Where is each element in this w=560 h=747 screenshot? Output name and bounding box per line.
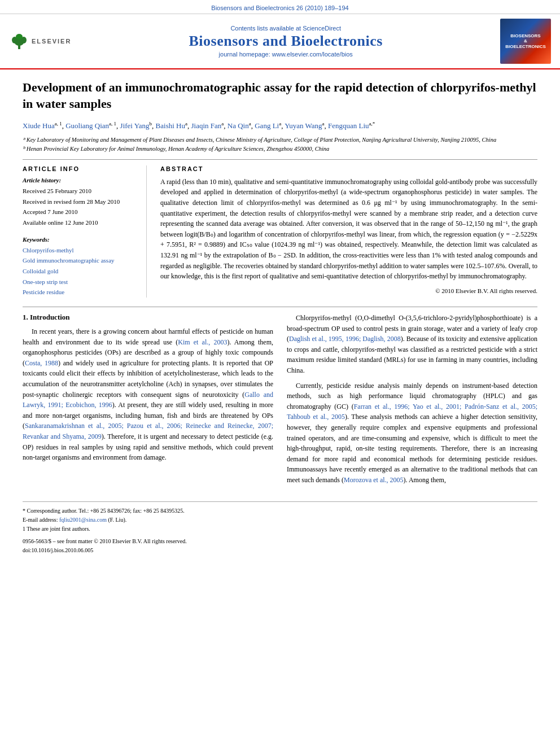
journal-title-banner: Biosensors and Bioelectronics (71, 33, 500, 50)
author-jifei: Jifei Yang (120, 122, 150, 130)
email-address[interactable]: fqliu2001@sina.com (59, 517, 107, 523)
keywords-label: Keywords: (23, 236, 139, 243)
accepted-date: Accepted 7 June 2010 (23, 207, 139, 217)
keyword-5: Pesticide residue (23, 287, 139, 298)
affiliations: ᵃ Key Laboratory of Monitoring and Manag… (23, 136, 537, 154)
abstract-col: ABSTRACT A rapid (less than 10 min), qua… (160, 165, 537, 298)
doi-line: doi:10.1016/j.bios.2010.06.005 (23, 546, 537, 555)
cover-thumbnail: BIOSENSORS & BIOELECTRONICS (500, 19, 551, 64)
cover-text: BIOSENSORS & BIOELECTRONICS (505, 33, 546, 50)
intro-num: 1. (23, 313, 28, 321)
received-date: Received 25 February 2010 (23, 186, 139, 196)
ref-sank[interactable]: Sankaranamakrishnan et al., 2005; Pazou … (23, 422, 273, 440)
journal-ref: Biosensors and Bioelectronics 26 (2010) … (211, 5, 348, 11)
article-info-abstract: ARTICLE INFO Article history: Received 2… (23, 165, 537, 298)
keyword-3: Colloidal gold (23, 266, 139, 277)
journal-homepage: journal homepage: www.elsevier.com/locat… (71, 51, 500, 58)
ref-morozova[interactable]: Morozova et al., 2005 (344, 476, 404, 484)
homepage-url[interactable]: www.elsevier.com/locate/bios (272, 51, 353, 58)
affiliation-b: ᵇ Henan Provincial Key Laboratory for An… (23, 145, 537, 154)
affiliation-a: ᵃ Key Laboratory of Monitoring and Manag… (23, 136, 537, 145)
revised-date: Received in revised form 28 May 2010 (23, 196, 139, 207)
banner-left: ELSEVIER (9, 31, 71, 51)
authors-line: Xiude Huaa, 1, Guoliang Qiana, 1, Jifei … (23, 120, 537, 132)
banner: ELSEVIER Contents lists available at Sci… (0, 14, 560, 69)
homepage-label: journal homepage: (219, 51, 270, 58)
body-col-right: Chlorpyrifos-methyl (O,O-dimethyl O-(3,5… (287, 313, 537, 490)
keywords-section: Keywords: Chlorpyrifos-methyl Gold immun… (23, 236, 139, 298)
intro-para-1: In recent years, there is a growing conc… (23, 326, 273, 463)
corresponding-note: * Corresponding author. Tel.: +86 25 843… (23, 506, 537, 516)
intro-body-right: Chlorpyrifos-methyl (O,O-dimethyl O-(3,5… (287, 313, 537, 486)
author-fengquan: Fengquan Liu (328, 122, 369, 130)
divider-2 (23, 307, 537, 307)
ref-costa[interactable]: Costa, 1988 (25, 359, 58, 367)
abstract-header: ABSTRACT (160, 165, 537, 172)
footer-section: * Corresponding author. Tel.: +86 25 843… (23, 501, 537, 555)
divider-1 (23, 159, 537, 160)
banner-center: Contents lists available at ScienceDirec… (71, 25, 500, 58)
author-xiude: Xiude Hua (23, 122, 55, 130)
email-person: (F. Liu). (108, 517, 126, 523)
author-na: Na Qin (228, 122, 249, 130)
intro-body-text: In recent years, there is a growing conc… (23, 326, 273, 463)
intro-para-2: Chlorpyrifos-methyl (O,O-dimethyl O-(3,5… (287, 313, 537, 376)
article-info-inner: ARTICLE INFO Article history: Received 2… (23, 165, 147, 298)
author-guoliang: Guoliang Qian (65, 122, 109, 130)
body-columns: 1. Introduction In recent years, there i… (23, 313, 537, 490)
ref-farran[interactable]: Farran et al., 1996; Yao et al., 2001; P… (287, 403, 537, 421)
page-wrapper: Biosensors and Bioelectronics 26 (2010) … (0, 0, 560, 747)
author-yuyan: Yuyan Wang (285, 122, 322, 130)
email-note: E-mail address: fqliu2001@sina.com (F. L… (23, 516, 537, 525)
intro-title: Introduction (30, 313, 70, 321)
keyword-2: Gold immunochromatographic assay (23, 255, 139, 266)
ref-gallo[interactable]: Gallo and Lawryk, 1991; Ecobichon, 1996 (23, 391, 273, 409)
intro-section-title: 1. Introduction (23, 313, 273, 322)
body-col-left: 1. Introduction In recent years, there i… (23, 313, 273, 490)
article-info-col: ARTICLE INFO Article history: Received 2… (23, 165, 147, 298)
keyword-4: One-step strip test (23, 277, 139, 287)
history-label: Article history: (23, 177, 139, 184)
ref-daglish1[interactable]: Daglish et al., 1995, 1996; Daglish, 200… (289, 335, 401, 343)
author-gang: Gang Li (255, 122, 279, 130)
elsevier-logo: ELSEVIER (9, 31, 71, 51)
article-info-header: ARTICLE INFO (23, 165, 139, 172)
ref-kim[interactable]: Kim et al., 2003 (178, 338, 227, 346)
svg-point-5 (16, 34, 23, 40)
footnote1: 1 These are joint first authors. (23, 525, 537, 534)
elsevier-tree-icon (9, 31, 29, 51)
author-baishi: Baishi Hu (156, 122, 185, 130)
email-label: E-mail address: (23, 517, 58, 523)
online-date: Available online 12 June 2010 (23, 217, 139, 228)
elsevier-label: ELSEVIER (32, 38, 71, 45)
abstract-paragraph: A rapid (less than 10 min), qualitative … (160, 177, 537, 282)
main-content: Development of an immunochromatographic … (0, 69, 560, 564)
sciencedirect-text: Contents lists available at ScienceDirec… (71, 25, 500, 32)
abstract-text: A rapid (less than 10 min), qualitative … (160, 177, 537, 282)
issn-line: 0956-5663/$ – see front matter © 2010 El… (23, 537, 537, 546)
copyright-line: © 2010 Elsevier B.V. All rights reserved… (160, 287, 537, 294)
intro-para-3: Currently, pesticide residue analysis ma… (287, 381, 537, 486)
journal-header: Biosensors and Bioelectronics 26 (2010) … (0, 0, 560, 14)
keyword-1: Chlorpyrifos-methyl (23, 245, 139, 256)
article-title: Development of an immunochromatographic … (23, 80, 537, 112)
footer-notes: * Corresponding author. Tel.: +86 25 843… (23, 506, 537, 534)
author-jiaqin: Jiaqin Fan (191, 122, 221, 130)
